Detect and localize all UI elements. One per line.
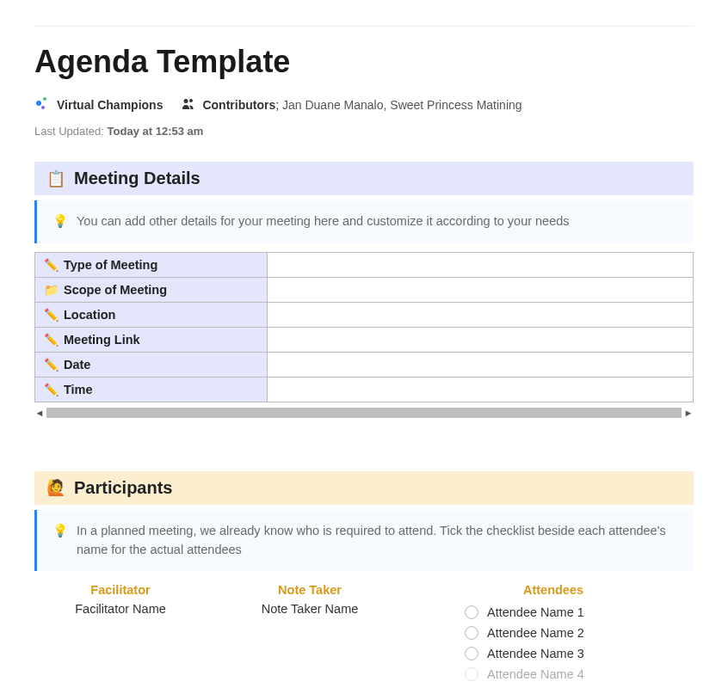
pencil-icon: ✏️	[44, 358, 59, 371]
raising-hand-icon: 🙋	[46, 478, 65, 497]
meeting-details-tip-text: You can add other details for your meeti…	[77, 212, 570, 231]
meeting-details-title: Meeting Details	[74, 169, 201, 188]
scroll-track[interactable]	[46, 408, 682, 418]
table-row: 📁Scope of Meeting	[35, 277, 694, 302]
folder-icon: 📁	[44, 283, 59, 297]
attendee-row: Attendee Name 2	[465, 623, 694, 643]
contributors-list[interactable]: Jan Duane Manalo, Sweet Princess Matinin…	[282, 98, 522, 112]
field-label: Date	[64, 358, 90, 371]
field-label: Type of Meeting	[64, 258, 157, 272]
last-updated: Last Updated: Today at 12:53 am	[34, 125, 694, 138]
meeting-details-section: 📋 Meeting Details 💡 You can add other de…	[34, 162, 694, 420]
participants-grid: Facilitator Facilitator Name Note Taker …	[34, 583, 694, 685]
meeting-details-header[interactable]: 📋 Meeting Details	[34, 162, 694, 195]
table-row: ✏️Location	[35, 302, 694, 327]
scroll-left-arrow[interactable]: ◄	[34, 408, 45, 418]
field-label-cell[interactable]: ✏️Location	[35, 302, 268, 327]
bulb-icon: 💡	[52, 212, 68, 231]
attendee-row: Attendee Name 3	[465, 643, 694, 664]
meeting-details-tip[interactable]: 💡 You can add other details for your mee…	[34, 200, 694, 243]
field-label: Meeting Link	[64, 333, 140, 347]
meta-row: Virtual Champions Contributors; Jan Duan…	[34, 97, 694, 113]
pencil-icon: ✏️	[44, 333, 59, 347]
field-label-cell[interactable]: ✏️Time	[35, 377, 268, 402]
note-taker-column: Note Taker Note Taker Name	[224, 583, 396, 685]
pencil-icon: ✏️	[44, 308, 59, 322]
attendee-row: Attendee Name 1	[465, 602, 694, 623]
horizontal-scrollbar[interactable]: ◄ ►	[34, 406, 694, 420]
field-label: Time	[64, 383, 93, 396]
pencil-icon: ✏️	[44, 383, 59, 396]
meeting-details-table: ✏️Type of Meeting📁Scope of Meeting✏️Loca…	[34, 252, 694, 402]
top-divider	[34, 26, 694, 27]
page-title[interactable]: Agenda Template	[34, 44, 694, 80]
field-label-cell[interactable]: 📁Scope of Meeting	[35, 277, 268, 302]
contributors-label: Contributors	[202, 98, 275, 112]
attendee-name[interactable]: Attendee Name 3	[487, 647, 584, 660]
participants-header[interactable]: 🙋 Participants	[34, 471, 694, 505]
field-label-cell[interactable]: ✏️Type of Meeting	[35, 252, 268, 277]
contributors-icon	[182, 98, 195, 113]
attendee-checkbox[interactable]	[465, 647, 478, 660]
facilitator-column: Facilitator Facilitator Name	[34, 583, 207, 685]
field-label-cell[interactable]: ✏️Date	[35, 352, 268, 377]
field-value-cell[interactable]	[268, 277, 694, 302]
last-updated-value: Today at 12:53 am	[108, 125, 204, 138]
facilitator-header: Facilitator	[34, 583, 207, 597]
table-row: ✏️Meeting Link	[35, 327, 694, 352]
clipboard-icon: 📋	[46, 169, 65, 188]
participants-section: 🙋 Participants 💡 In a planned meeting, w…	[34, 471, 694, 685]
workspace-icon	[34, 97, 50, 113]
participants-tip-text: In a planned meeting, we already know wh…	[77, 522, 678, 560]
field-value-cell[interactable]	[268, 302, 694, 327]
attendee-name[interactable]: Attendee Name 2	[487, 626, 584, 640]
field-label-cell[interactable]: ✏️Meeting Link	[35, 327, 268, 352]
table-row: ✏️Type of Meeting	[35, 252, 694, 277]
attendee-name[interactable]: Attendee Name 1	[487, 605, 584, 619]
table-row: ✏️Time	[35, 377, 694, 402]
participants-tip[interactable]: 💡 In a planned meeting, we already know …	[34, 510, 694, 572]
field-label: Scope of Meeting	[64, 283, 167, 297]
attendee-name[interactable]: Attendee Name 4	[487, 667, 584, 681]
scroll-right-arrow[interactable]: ►	[683, 408, 694, 418]
attendee-checkbox[interactable]	[465, 667, 478, 681]
attendee-checkbox[interactable]	[465, 605, 478, 619]
attendees-column: Attendees Attendee Name 1Attendee Name 2…	[413, 583, 694, 685]
attendees-header: Attendees	[413, 583, 694, 597]
workspace-name[interactable]: Virtual Champions	[57, 98, 163, 112]
table-row: ✏️Date	[35, 352, 694, 377]
attendee-checkbox[interactable]	[465, 626, 478, 640]
facilitator-value[interactable]: Facilitator Name	[34, 602, 207, 616]
note-taker-value[interactable]: Note Taker Name	[224, 602, 396, 616]
note-taker-header: Note Taker	[224, 583, 396, 597]
field-label: Location	[64, 308, 115, 322]
field-value-cell[interactable]	[268, 352, 694, 377]
participants-title: Participants	[74, 478, 172, 498]
bulb-icon: 💡	[52, 522, 68, 541]
field-value-cell[interactable]	[268, 252, 694, 277]
pencil-icon: ✏️	[44, 258, 59, 272]
field-value-cell[interactable]	[268, 327, 694, 352]
field-value-cell[interactable]	[268, 377, 694, 402]
attendee-row: Attendee Name 4	[465, 664, 694, 685]
last-updated-label: Last Updated:	[34, 125, 104, 138]
